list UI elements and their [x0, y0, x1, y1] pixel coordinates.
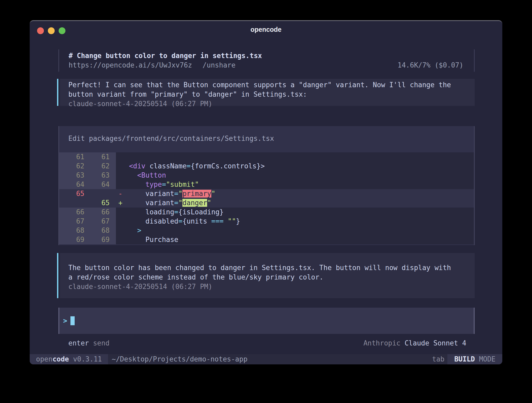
tab-key-hint[interactable]: tab — [432, 354, 444, 364]
token-usage: 14.6K/7% ($0.07) — [398, 60, 463, 70]
new-line-number: 65 — [84, 198, 110, 208]
message-text-line: The button color has been changed to dan… — [68, 263, 475, 272]
diff-gutter: 6767 — [59, 217, 116, 226]
diff-sign — [116, 226, 125, 235]
old-line-number: 63 — [59, 171, 84, 180]
old-line-number: 68 — [59, 226, 84, 235]
code-line: <Button — [125, 171, 166, 180]
status-bar: opencode v0.3.11 ~/Desktop/Projects/demo… — [30, 354, 502, 364]
old-line-number — [59, 198, 84, 208]
message-text-line: button variant from "primary" to "danger… — [68, 90, 475, 99]
code-token: = — [174, 208, 178, 216]
new-line-number: 66 — [84, 208, 110, 217]
edit-tool-panel: Edit packages/frontend/src/containers/Se… — [58, 126, 475, 245]
diff-gutter: 65 — [59, 189, 116, 198]
unshare-command[interactable]: /unshare — [203, 60, 236, 70]
working-directory: ~/Desktop/Projects/demo-notes-app — [112, 354, 248, 364]
opencode-terminal-window: opencode # Change button color to danger… — [30, 20, 502, 364]
window-titlebar[interactable]: opencode — [30, 21, 502, 38]
model-name: Claude Sonnet 4 — [405, 339, 466, 347]
old-line-number: 65 — [59, 189, 84, 198]
code-token: " — [178, 190, 183, 198]
code-token: === — [211, 217, 224, 225]
diff-sign — [116, 152, 125, 162]
prompt-input[interactable]: > — [58, 308, 475, 334]
new-line-number: 68 — [84, 226, 110, 235]
text-cursor — [70, 316, 75, 325]
new-line-number: 62 — [84, 162, 110, 171]
code-token: disabled — [125, 217, 178, 225]
minimize-button[interactable] — [48, 27, 55, 34]
close-button[interactable] — [37, 27, 44, 34]
code-line: type="submit" — [125, 180, 199, 189]
code-token: <Button — [125, 171, 166, 179]
diff-row: 65+ variant="danger" — [59, 198, 474, 208]
old-line-number: 66 — [59, 208, 84, 217]
code-token: className — [145, 162, 187, 170]
diff-sign: + — [116, 198, 125, 208]
code-token: " — [207, 199, 211, 207]
code-token: type — [125, 180, 162, 188]
old-line-number: 62 — [59, 162, 84, 171]
code-line: <div className={formCs.controls}> — [125, 162, 265, 171]
code-token: Purchase — [125, 236, 178, 244]
message-body: The button color has been changed to dan… — [68, 263, 475, 282]
code-token: {formCs.controls}> — [191, 162, 265, 170]
code-token: variant — [125, 190, 174, 198]
zoom-button[interactable] — [59, 27, 65, 34]
diff-row: 6262 <div className={formCs.controls}> — [59, 162, 474, 171]
diff-sign — [116, 208, 125, 217]
input-hints-row: enter send Anthropic Claude Sonnet 4 — [68, 338, 470, 348]
build-mode-chip[interactable]: BUILD MODE — [447, 354, 502, 364]
code-line: loading={isLoading} — [125, 208, 224, 217]
diff-row: 6464 type="submit" — [59, 180, 474, 189]
diff-sign — [116, 235, 125, 244]
diff-row: 6969 Purchase — [59, 235, 474, 244]
session-header: # Change button color to danger in setti… — [58, 49, 475, 72]
code-token: "" — [224, 217, 236, 225]
diff-row: 6868 > — [59, 226, 474, 235]
old-line-number: 61 — [59, 152, 84, 162]
diff-sign — [116, 171, 125, 180]
code-token: = — [178, 217, 183, 225]
old-line-number: 67 — [59, 217, 84, 226]
code-token: = — [162, 180, 166, 188]
code-line: disabled={units === ""} — [125, 217, 240, 226]
model-indicator: Anthropic Claude Sonnet 4 — [364, 338, 466, 348]
code-token: " — [211, 190, 216, 198]
code-line: Purchase — [125, 235, 178, 244]
diff-gutter: 6262 — [59, 162, 116, 171]
new-line-number: 63 — [84, 171, 110, 180]
message-meta: claude-sonnet-4-20250514 (06:27 PM) — [68, 282, 475, 291]
code-line: variant="danger" — [125, 198, 211, 208]
diff-row: 6666 loading={isLoading} — [59, 208, 474, 217]
traffic-lights — [37, 27, 65, 34]
diff-gutter: 6464 — [59, 180, 116, 189]
edit-tool-title: Edit packages/frontend/src/containers/Se… — [68, 135, 274, 142]
code-token: {isLoading} — [178, 208, 224, 216]
enter-key-hint: enter — [68, 339, 89, 347]
message-body: Perfect! I can see that the Button compo… — [68, 80, 475, 99]
code-token: > — [125, 226, 141, 234]
message-meta: claude-sonnet-4-20250514 (06:27 PM) — [68, 99, 475, 109]
diff-view: 61616262 <div className={formCs.controls… — [59, 152, 474, 244]
message-text-line: Perfect! I can see that the Button compo… — [68, 80, 475, 90]
code-token: = — [187, 162, 191, 170]
prompt-chevron: > — [63, 317, 67, 325]
code-token: = — [174, 190, 178, 198]
session-title: # Change button color to danger in setti… — [69, 51, 463, 60]
diff-sign — [116, 180, 125, 189]
diff-gutter: 65 — [59, 198, 116, 208]
provider-name: Anthropic — [364, 339, 401, 347]
assistant-message: Perfect! I can see that the Button compo… — [60, 79, 475, 106]
diff-sign: - — [116, 189, 125, 198]
message-text-line: a red/rose color scheme instead of the b… — [68, 272, 475, 282]
share-url[interactable]: https://opencode.ai/s/UwJxv76z — [69, 60, 192, 70]
old-line-number: 69 — [59, 235, 84, 244]
code-token: {units — [182, 217, 211, 225]
diff-sign — [116, 162, 125, 171]
diff-gutter: 6868 — [59, 226, 116, 235]
code-token: "submit" — [166, 180, 199, 188]
code-line: variant="primary" — [125, 189, 215, 198]
diff-gutter: 6161 — [59, 152, 116, 162]
